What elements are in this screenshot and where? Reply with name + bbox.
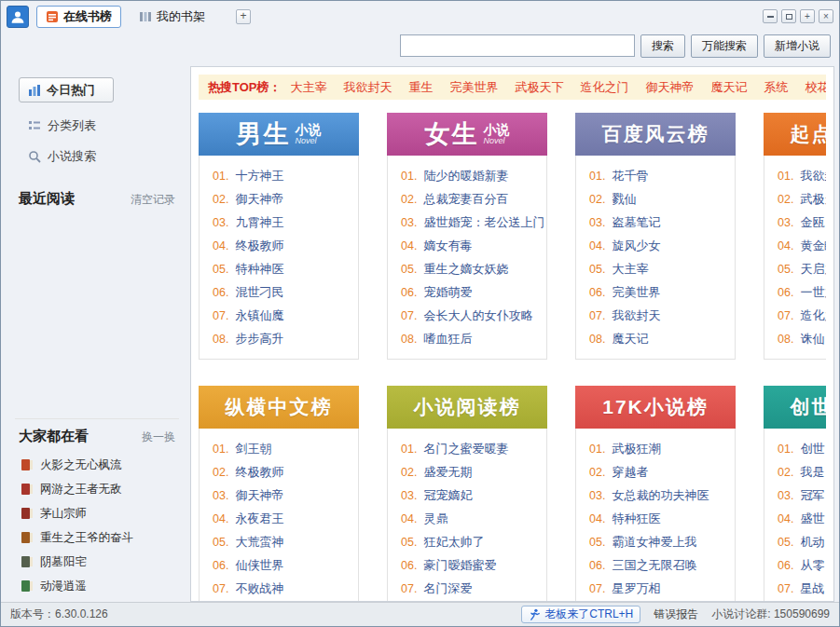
book-title-link[interactable]: 九霄神王 <box>235 215 283 229</box>
ranking-item[interactable]: 03.女总裁的功夫神医 <box>576 484 735 507</box>
ranking-item[interactable]: 04.嫡女有毒 <box>388 234 546 257</box>
recommend-book-item[interactable]: 重生之王爷的奋斗 <box>15 525 179 550</box>
book-title-link[interactable]: 天启之门 <box>800 262 826 276</box>
book-title-link[interactable]: 嫡女有毒 <box>423 239 472 252</box>
ranking-item[interactable]: 02.穿越者 <box>576 460 735 484</box>
book-title-link[interactable]: 黄金瞳 <box>800 239 826 252</box>
ranking-item[interactable]: 07.不败战神 <box>200 577 358 600</box>
ranking-item[interactable]: 06.豪门暧婚蜜爱 <box>388 553 546 577</box>
recommend-book-item[interactable]: 阴墓阳宅 <box>15 550 179 574</box>
book-title-link[interactable]: 大主宰 <box>612 262 648 276</box>
recommend-book-item[interactable]: 茅山宗师 <box>15 501 179 525</box>
recommend-book-item[interactable]: 网游之王者无敌 <box>15 477 179 501</box>
tab-my-bookshelf[interactable]: 我的书架 <box>131 6 213 28</box>
book-title-link[interactable]: 盛世 <box>800 511 824 525</box>
book-title-link[interactable]: 一世之尊 <box>800 285 826 299</box>
ranking-item[interactable]: 03.盗墓笔记 <box>576 211 735 234</box>
book-title-link[interactable]: 步步高升 <box>235 332 283 346</box>
book-title-link[interactable]: 诛仙 <box>800 332 824 346</box>
ranking-item[interactable]: 08.魔天记 <box>576 327 735 350</box>
ranking-item[interactable]: 03.御天神帝 <box>200 484 358 507</box>
book-title-link[interactable]: 终极教师 <box>235 465 283 479</box>
ranking-item[interactable]: 06.仙侠世界 <box>200 553 358 577</box>
new-tab-button[interactable]: + <box>236 9 251 24</box>
book-title-link[interactable]: 仙侠世界 <box>235 558 283 572</box>
search-button[interactable]: 搜索 <box>640 34 685 58</box>
ranking-item[interactable]: 02.终极教师 <box>200 460 358 484</box>
book-title-link[interactable]: 三国之无限召唤 <box>612 558 696 572</box>
book-title-link[interactable]: 灵鼎 <box>423 511 448 525</box>
ranking-item[interactable]: 04.旋风少女 <box>576 234 735 257</box>
book-title-link[interactable]: 星罗万相 <box>612 581 660 595</box>
ranking-item[interactable]: 06.一世之尊 <box>764 280 826 304</box>
book-title-link[interactable]: 豪门暧婚蜜爱 <box>423 558 496 572</box>
recommend-book-item[interactable]: 动漫逍遥 <box>15 574 179 598</box>
ranking-item[interactable]: 04.特种狂医 <box>576 507 735 530</box>
book-title-link[interactable]: 霸道女神爱上我 <box>612 535 696 549</box>
book-title-link[interactable]: 会长大人的女仆攻略 <box>423 308 532 322</box>
ranking-item[interactable]: 08.嗜血狂后 <box>388 327 546 350</box>
ranking-item[interactable]: 07.名门深爱 <box>388 577 546 600</box>
book-title-link[interactable]: 冠宠嫡妃 <box>423 488 472 502</box>
sidebar-item-category-list[interactable]: 分类列表 <box>15 116 179 136</box>
ranking-item[interactable]: 02.我是 <box>764 460 826 484</box>
book-title-link[interactable]: 嗜血狂后 <box>423 332 472 346</box>
ranking-item[interactable]: 05.特种神医 <box>200 257 358 280</box>
book-title-link[interactable]: 混世刁民 <box>235 285 283 299</box>
book-title-link[interactable]: 武极狂潮 <box>612 442 660 456</box>
refresh-list-link[interactable]: 换一换 <box>142 429 175 445</box>
ranking-item[interactable]: 07.永镇仙魔 <box>200 304 358 327</box>
ranking-item[interactable]: 04.黄金瞳 <box>764 234 826 257</box>
ranking-item[interactable]: 05.狂妃太帅了 <box>388 530 546 553</box>
ranking-item[interactable]: 06.宠婚萌爱 <box>388 280 546 304</box>
book-title-link[interactable]: 我欲封天 <box>800 169 826 183</box>
book-title-link[interactable]: 穿越者 <box>612 465 648 479</box>
book-title-link[interactable]: 终极教师 <box>235 239 283 252</box>
ranking-item[interactable]: 05.霸道女神爱上我 <box>576 530 735 553</box>
ranking-item[interactable]: 08.步步高升 <box>200 327 358 350</box>
book-title-link[interactable]: 从零 <box>800 558 824 572</box>
ranking-item[interactable]: 01.陆少的暖婚新妻 <box>388 164 546 187</box>
book-title-link[interactable]: 冠军 <box>800 488 824 502</box>
ranking-item[interactable]: 04.盛世 <box>764 507 826 530</box>
book-title-link[interactable]: 武极天下 <box>800 192 826 206</box>
hot-search-term[interactable]: 重生 <box>409 80 434 94</box>
tab-online-rankings[interactable]: 在线书榜 <box>36 6 121 28</box>
book-title-link[interactable]: 陆少的暖婚新妻 <box>423 169 508 183</box>
ranking-item[interactable]: 05.重生之嫡女妖娆 <box>388 257 546 280</box>
ranking-item[interactable]: 03.冠宠嫡妃 <box>388 484 546 507</box>
book-title-link[interactable]: 重生之嫡女妖娆 <box>423 262 508 276</box>
ranking-item[interactable]: 01.武极狂潮 <box>576 437 735 460</box>
ranking-item[interactable]: 04.灵鼎 <box>388 507 546 530</box>
recommend-book-item[interactable]: 火影之无心枫流 <box>15 453 179 477</box>
add-novel-button[interactable]: 新增小说 <box>764 34 831 58</box>
book-title-link[interactable]: 花千骨 <box>612 169 648 183</box>
book-title-link[interactable]: 剑王朝 <box>235 442 271 456</box>
clear-history-link[interactable]: 清空记录 <box>131 192 175 208</box>
book-title-link[interactable]: 狂妃太帅了 <box>423 535 484 549</box>
ranking-item[interactable]: 05.机动 <box>764 530 826 553</box>
ranking-item[interactable]: 07.造化之门 <box>764 304 826 327</box>
hot-search-term[interactable]: 系统 <box>764 80 789 94</box>
book-title-link[interactable]: 造化之门 <box>800 308 826 322</box>
user-avatar[interactable] <box>7 6 29 28</box>
hot-search-term[interactable]: 完美世界 <box>450 80 499 94</box>
book-title-link[interactable]: 魔天记 <box>612 332 648 346</box>
book-title-link[interactable]: 机动 <box>800 535 824 549</box>
ranking-item[interactable]: 01.花千骨 <box>576 164 735 187</box>
ranking-item[interactable]: 01.我欲封天 <box>764 164 826 187</box>
search-input[interactable] <box>400 34 635 57</box>
ranking-item[interactable]: 05.大主宰 <box>576 257 735 280</box>
book-title-link[interactable]: 永夜君王 <box>235 511 283 525</box>
ranking-item[interactable]: 05.天启之门 <box>764 257 826 280</box>
book-title-link[interactable]: 御天神帝 <box>235 488 283 502</box>
ranking-item[interactable]: 04.终极教师 <box>200 234 358 257</box>
ranking-item[interactable]: 02.武极天下 <box>764 187 826 211</box>
book-title-link[interactable]: 宠婚萌爱 <box>423 285 472 299</box>
ranking-item[interactable]: 06.三国之无限召唤 <box>576 553 735 577</box>
book-title-link[interactable]: 戮仙 <box>612 192 636 206</box>
ranking-item[interactable]: 07.会长大人的女仆攻略 <box>388 304 546 327</box>
ranking-item[interactable]: 06.完美世界 <box>576 280 735 304</box>
ranking-item[interactable]: 02.盛爱无期 <box>388 460 546 484</box>
book-title-link[interactable]: 创世 <box>800 442 824 456</box>
